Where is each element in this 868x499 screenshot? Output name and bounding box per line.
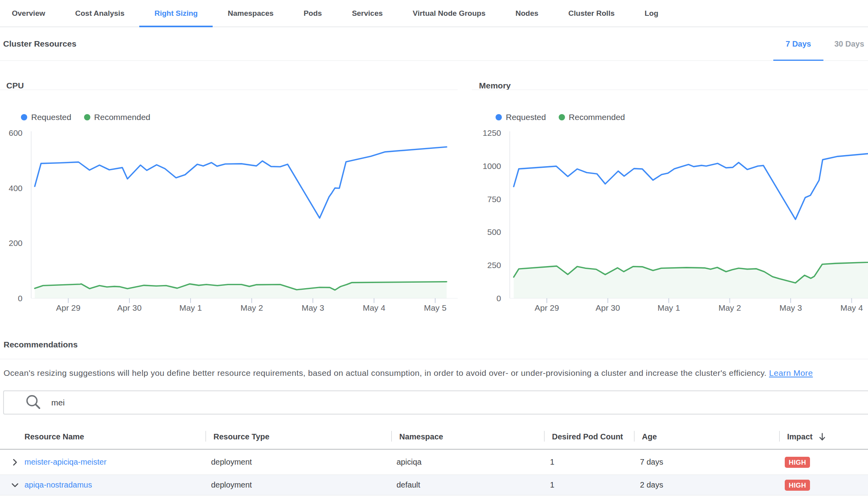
recommendations-title: Recommendations <box>4 340 78 349</box>
tab-right-sizing[interactable]: Right Sizing <box>139 0 213 26</box>
tab-pods[interactable]: Pods <box>288 0 337 26</box>
y-tick-label: 1000 <box>483 161 501 171</box>
legend-item-recommended: Recommended <box>84 113 150 122</box>
learn-more-link[interactable]: Learn More <box>769 368 813 377</box>
resource-name-link-container: meister-apiciqa-meister <box>24 458 206 467</box>
column-separator <box>391 431 392 442</box>
recommended-dot-icon <box>559 114 565 120</box>
requested-line <box>514 148 868 219</box>
recommendations-table: Resource NameResource TypeNamespaceDesir… <box>0 415 868 495</box>
x-tick-label: May 5 <box>424 303 446 312</box>
memory-chart-rule <box>472 90 868 90</box>
y-tick-label: 200 <box>9 238 22 248</box>
column-header-age[interactable]: Age <box>634 424 779 449</box>
namespace-cell-container: default <box>391 480 544 490</box>
legend-item-requested: Requested <box>496 113 546 122</box>
column-header-label: Resource Type <box>213 432 269 441</box>
resource-name-link[interactable]: meister-apiciqa-meister <box>24 458 107 467</box>
y-tick-label: 0 <box>496 294 501 303</box>
desired-pod-count-cell: 1 <box>550 480 554 490</box>
recommendations-description-text: Ocean's resizing suggestions will help y… <box>4 368 767 377</box>
column-separator <box>634 431 634 442</box>
sort-descending-icon[interactable] <box>818 432 826 441</box>
x-tick-label: Apr 29 <box>56 303 80 312</box>
row-expand-cell <box>0 458 24 467</box>
legend-label-requested: Requested <box>506 113 546 122</box>
tab-overview[interactable]: Overview <box>0 0 60 26</box>
resource-name-link[interactable]: apiqa-nostradamus <box>24 480 92 490</box>
legend-item-requested: Requested <box>21 113 71 122</box>
chevron-down-icon[interactable] <box>10 480 20 490</box>
requested-dot-icon <box>21 114 27 120</box>
namespace-cell-container: apiciqa <box>391 458 544 467</box>
age-cell-container: 7 days <box>634 458 779 467</box>
time-range-toggle: 7 Days30 Days <box>0 27 868 61</box>
legend-label-recommended: Recommended <box>569 113 625 122</box>
requested-dot-icon <box>496 114 502 120</box>
x-tick-label: May 3 <box>779 303 802 312</box>
namespace-cell: apiciqa <box>397 458 421 467</box>
column-header-resource-name[interactable]: Resource Name <box>24 424 206 449</box>
tab-cost-analysis[interactable]: Cost Analysis <box>60 0 140 26</box>
column-header-resource-type[interactable]: Resource Type <box>206 424 391 449</box>
chevron-right-icon[interactable] <box>10 458 20 467</box>
age-cell: 7 days <box>640 458 663 467</box>
x-tick-label: Apr 30 <box>117 303 142 312</box>
recommendations-description: Ocean's resizing suggestions will help y… <box>4 368 868 378</box>
search-icon <box>25 394 42 411</box>
cpu-chart-title: CPU <box>6 81 24 90</box>
legend-label-recommended: Recommended <box>94 113 150 122</box>
cluster-resources-header: Cluster Resources 7 Days30 Days <box>0 27 868 61</box>
resource-name-link-container: apiqa-nostradamus <box>24 480 206 490</box>
range-option-30-days[interactable]: 30 Days <box>823 27 868 61</box>
memory-line-chart: 025050075010001250Apr 29Apr 30May 1May 2… <box>472 122 868 337</box>
impact-cell: HIGH <box>785 480 810 491</box>
recommended-area-fill <box>514 260 868 298</box>
legend-item-recommended: Recommended <box>559 113 625 122</box>
tab-namespaces[interactable]: Namespaces <box>213 0 288 26</box>
column-separator <box>206 431 206 442</box>
namespace-cell: default <box>397 480 420 490</box>
row-expand-cell <box>0 480 24 490</box>
table-header-row: Resource NameResource TypeNamespaceDesir… <box>0 415 868 450</box>
y-tick-label: 250 <box>487 261 501 270</box>
table-row-meister-apiciqa-meister[interactable]: meister-apiciqa-meisterdeploymentapiciqa… <box>0 450 868 475</box>
tab-cluster-rolls[interactable]: Cluster Rolls <box>554 0 630 26</box>
search-input[interactable] <box>51 398 761 407</box>
age-cell: 2 days <box>640 480 663 490</box>
tab-nodes[interactable]: Nodes <box>500 0 553 26</box>
memory-chart-title: Memory <box>479 81 511 90</box>
cpu-chart-legend: Requested Recommended <box>21 113 163 122</box>
column-header-namespace[interactable]: Namespace <box>391 424 544 449</box>
table-row-apiqa-nostradamus[interactable]: apiqa-nostradamusdeploymentdefault12 day… <box>0 475 868 495</box>
legend-label-requested: Requested <box>31 113 71 122</box>
impact-cell-container: HIGH <box>779 480 868 491</box>
resource-type-cell: deployment <box>211 458 252 467</box>
recommended-dot-icon <box>84 114 90 120</box>
table-header-chevron-spacer <box>0 424 24 449</box>
tab-virtual-node-groups[interactable]: Virtual Node Groups <box>398 0 500 26</box>
tab-log[interactable]: Log <box>630 0 673 26</box>
y-tick-label: 600 <box>9 128 22 137</box>
memory-chart-legend: Requested Recommended <box>496 113 638 122</box>
tab-services[interactable]: Services <box>337 0 398 26</box>
resource-type-cell-container: deployment <box>206 480 391 490</box>
resource-type-cell: deployment <box>211 480 252 490</box>
cpu-line-chart: 0200400600Apr 29Apr 30May 1May 2May 3May… <box>0 122 458 337</box>
column-header-desired-pod-count[interactable]: Desired Pod Count <box>544 424 634 449</box>
column-header-impact[interactable]: Impact <box>779 424 868 449</box>
x-tick-label: May 4 <box>840 303 863 312</box>
requested-line <box>35 147 447 218</box>
range-option-7-days[interactable]: 7 Days <box>773 27 823 61</box>
column-separator <box>779 431 780 442</box>
x-tick-label: May 1 <box>657 303 680 312</box>
right-sizing-page: OverviewCost AnalysisRight SizingNamespa… <box>0 0 868 499</box>
cpu-chart-card: CPU Requested Recommended 0200400600Apr … <box>0 61 458 337</box>
x-tick-label: May 3 <box>301 303 324 312</box>
y-tick-label: 500 <box>487 227 501 236</box>
search-box[interactable] <box>3 390 868 415</box>
column-header-label: Resource Name <box>24 432 84 441</box>
x-tick-label: May 1 <box>179 303 202 312</box>
x-tick-label: May 4 <box>363 303 385 312</box>
column-header-label: Namespace <box>399 432 443 441</box>
